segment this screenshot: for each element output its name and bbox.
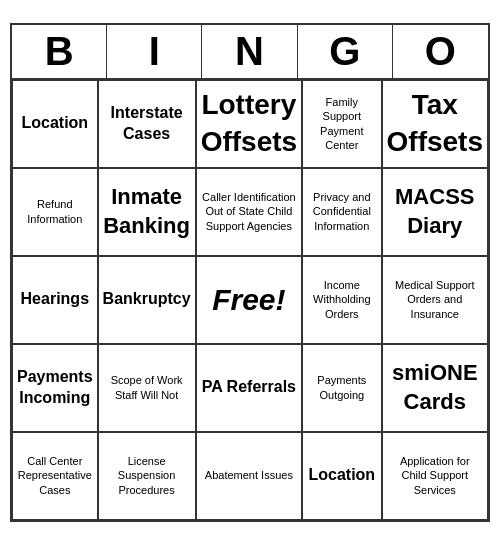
bingo-cell-16: Scope of Work Staff Will Not (98, 344, 196, 432)
bingo-cell-12: Free! (196, 256, 302, 344)
bingo-cell-2: Lottery Offsets (196, 80, 302, 168)
bingo-cell-3: Family Support Payment Center (302, 80, 381, 168)
bingo-cell-9: MACSS Diary (382, 168, 488, 256)
bingo-cell-6: Inmate Banking (98, 168, 196, 256)
bingo-cell-23: Location (302, 432, 381, 520)
bingo-cell-7: Caller Identification Out of State Child… (196, 168, 302, 256)
bingo-cell-15: Payments Incoming (12, 344, 98, 432)
bingo-cell-14: Medical Support Orders and Insurance (382, 256, 488, 344)
bingo-cell-24: Application for Child Support Services (382, 432, 488, 520)
bingo-letter-b: B (12, 25, 107, 78)
bingo-cell-17: PA Referrals (196, 344, 302, 432)
bingo-cell-20: Call Center Representative Cases (12, 432, 98, 520)
bingo-header: BINGO (12, 25, 488, 80)
bingo-cell-11: Bankruptcy (98, 256, 196, 344)
bingo-letter-n: N (202, 25, 297, 78)
bingo-letter-o: O (393, 25, 488, 78)
bingo-cell-22: Abatement Issues (196, 432, 302, 520)
bingo-cell-19: smiONE Cards (382, 344, 488, 432)
bingo-cell-18: Payments Outgoing (302, 344, 381, 432)
bingo-cell-10: Hearings (12, 256, 98, 344)
bingo-cell-21: License Suspension Procedures (98, 432, 196, 520)
bingo-letter-i: I (107, 25, 202, 78)
bingo-card: BINGO LocationInterstate CasesLottery Of… (10, 23, 490, 522)
bingo-cell-1: Interstate Cases (98, 80, 196, 168)
bingo-cell-13: Income Withholding Orders (302, 256, 381, 344)
bingo-cell-0: Location (12, 80, 98, 168)
bingo-cell-4: Tax Offsets (382, 80, 488, 168)
bingo-letter-g: G (298, 25, 393, 78)
bingo-cell-5: Refund Information (12, 168, 98, 256)
bingo-grid: LocationInterstate CasesLottery OffsetsF… (12, 80, 488, 520)
bingo-cell-8: Privacy and Confidential Information (302, 168, 381, 256)
